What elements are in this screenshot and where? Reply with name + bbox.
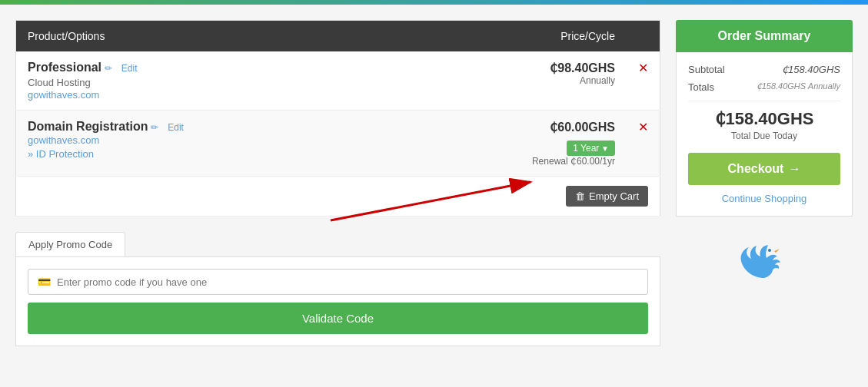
edit-link-1[interactable]: Edit — [121, 63, 138, 74]
product-name-2: Domain Registration — [28, 120, 148, 133]
page-wrapper: Product/Options Price/Cycle Professional… — [0, 5, 868, 362]
price-cycle-1: Annually — [411, 75, 615, 86]
totals-value: ₵158.40GHS Annually — [757, 81, 840, 93]
price-cell-2: ₵60.00GHS 1 Year Renewal ₵60.00/1yr — [400, 111, 627, 177]
price-cell-1: ₵98.40GHS Annually — [400, 51, 627, 111]
price-amount-1: ₵98.40GHS — [411, 61, 615, 75]
product-link-2[interactable]: gowithaves.com — [28, 134, 99, 146]
product-name-1: Professional — [28, 61, 101, 74]
edit-link-2[interactable]: Edit — [168, 122, 184, 133]
validate-button[interactable]: Validate Code — [28, 303, 648, 334]
checkout-button[interactable]: Checkout → — [688, 153, 840, 185]
svg-point-2 — [768, 249, 771, 252]
empty-cart-row: 🗑 Empty Cart — [16, 177, 660, 217]
cart-table: Product/Options Price/Cycle Professional… — [15, 20, 660, 217]
main-content: Product/Options Price/Cycle Professional… — [15, 20, 660, 346]
column-product: Product/Options — [16, 21, 400, 52]
totals-label: Totals — [688, 81, 714, 93]
product-subtext-1: Cloud Hosting — [28, 77, 388, 88]
subtotal-row: Subtotal ₵158.40GHS — [688, 64, 840, 75]
promo-section: Apply Promo Code 💳 Validate Code — [15, 232, 660, 346]
continue-shopping-link[interactable]: Continue Shopping — [688, 193, 840, 204]
table-row: Professional ✏ Edit Cloud Hosting gowith… — [16, 51, 660, 111]
subtotal-label: Subtotal — [688, 64, 725, 75]
bird-icon — [676, 240, 853, 296]
remove-button-1[interactable]: ✕ — [638, 62, 648, 74]
price-amount-2: ₵60.00GHS — [411, 120, 615, 134]
total-due-label: Total Due Today — [688, 131, 840, 141]
trash-icon: 🗑 — [575, 190, 585, 202]
product-link-1[interactable]: gowithaves.com — [28, 89, 99, 101]
pencil-icon-1: ✏ — [105, 63, 112, 74]
order-summary-body: Subtotal ₵158.40GHS Totals ₵158.40GHS An… — [676, 52, 853, 217]
subtotal-value: ₵158.40GHS — [782, 64, 840, 75]
totals-row: Totals ₵158.40GHS Annually — [688, 81, 840, 93]
product-cell-2: Domain Registration ✏ Edit gowithaves.co… — [16, 111, 400, 177]
remove-button-2[interactable]: ✕ — [638, 121, 648, 134]
checkout-arrow-icon: → — [788, 162, 800, 176]
table-row: Domain Registration ✏ Edit gowithaves.co… — [16, 111, 660, 177]
remove-cell-1: ✕ — [627, 51, 660, 111]
empty-cart-cell: 🗑 Empty Cart — [16, 177, 660, 217]
pencil-icon-2: ✏ — [151, 122, 158, 133]
checkout-label: Checkout — [728, 162, 784, 176]
year-select[interactable]: 1 Year — [567, 141, 615, 156]
empty-cart-label: Empty Cart — [589, 190, 639, 202]
order-summary-title: Order Summary — [676, 20, 853, 52]
promo-body: 💳 Validate Code — [15, 256, 660, 346]
product-cell-1: Professional ✏ Edit Cloud Hosting gowith… — [16, 51, 400, 111]
promo-input-wrapper: 💳 — [28, 269, 648, 295]
column-remove — [627, 21, 660, 52]
promo-tab[interactable]: Apply Promo Code — [15, 232, 125, 256]
total-amount: ₵158.40GHS — [688, 109, 840, 129]
column-price: Price/Cycle — [400, 21, 627, 52]
remove-cell-2: ✕ — [627, 111, 660, 177]
renewal-text: Renewal ₵60.00/1yr — [411, 156, 615, 167]
summary-divider — [688, 101, 840, 101]
card-icon: 💳 — [38, 276, 51, 288]
sidebar: Order Summary Subtotal ₵158.40GHS Totals… — [676, 20, 853, 346]
id-protection: » ID Protection — [28, 148, 388, 160]
promo-input[interactable] — [57, 276, 638, 288]
empty-cart-button[interactable]: 🗑 Empty Cart — [566, 186, 648, 207]
